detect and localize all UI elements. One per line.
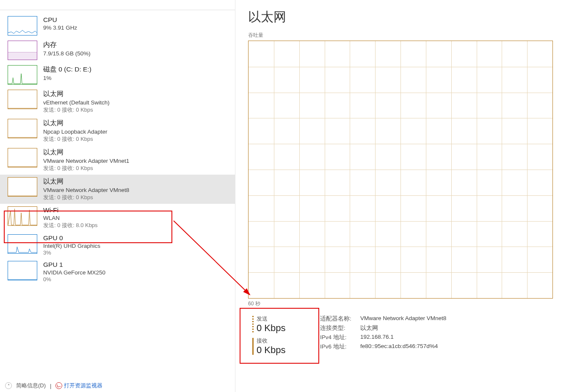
item-sub2: 3% xyxy=(43,249,230,256)
open-resmon-link[interactable]: 打开资源监视器 xyxy=(55,382,102,389)
thumb-graph xyxy=(8,177,37,197)
throughput-label: 吞吐量 xyxy=(248,32,556,39)
recv-legend-bar xyxy=(252,338,254,355)
detail-key: 连接类型: xyxy=(320,324,360,332)
item-title: GPU 0 xyxy=(43,234,230,242)
thumb-graph xyxy=(8,16,37,36)
sidebar-item-8[interactable]: GPU 0Intel(R) UHD Graphics3% xyxy=(0,232,235,258)
item-sub2: 0% xyxy=(43,276,230,282)
item-sub2: 发送: 0 接收: 8.0 Kbps xyxy=(43,222,230,229)
thumb-graph xyxy=(8,90,37,109)
thumb-graph xyxy=(8,261,37,280)
detail-title: 以太网 xyxy=(248,8,556,26)
resource-monitor-icon xyxy=(55,382,62,389)
item-title: 磁盘 0 (C: D: E:) xyxy=(43,65,230,74)
detail-row: 连接类型:以太网 xyxy=(320,324,556,332)
thumb-graph xyxy=(8,41,37,60)
item-title: GPU 1 xyxy=(43,261,230,269)
tabs-strip xyxy=(0,2,235,10)
sidebar-item-6[interactable]: 以太网VMware Network Adapter VMnet8发送: 0 接收… xyxy=(0,175,235,204)
item-title: 以太网 xyxy=(43,90,230,99)
detail-key: IPv4 地址: xyxy=(320,334,360,341)
sidebar-item-0[interactable]: CPU9% 3.91 GHz xyxy=(0,14,235,38)
send-label: 发送 xyxy=(257,315,320,323)
item-sub2: 发送: 0 接收: 0 Kbps xyxy=(43,106,230,114)
item-sub2: 发送: 0 接收: 0 Kbps xyxy=(43,164,230,172)
brief-info-link[interactable]: 简略信息(D) xyxy=(16,382,46,389)
item-sub: 7.9/15.8 GB (50%) xyxy=(43,50,230,57)
sidebar-item-5[interactable]: 以太网VMware Network Adapter VMnet1发送: 0 接收… xyxy=(0,145,235,175)
sidebar-item-2[interactable]: 磁盘 0 (C: D: E:)1% xyxy=(0,63,235,87)
thumb-graph xyxy=(8,148,37,167)
sidebar-item-7[interactable]: Wi-FiWLAN发送: 0 接收: 8.0 Kbps xyxy=(0,204,235,232)
item-sub: NVIDIA GeForce MX250 xyxy=(43,269,230,276)
thumb-graph xyxy=(8,119,37,138)
detail-value: fe80::95ec:a1cb:d546:757d%4 xyxy=(360,343,438,351)
detail-row: 适配器名称:VMware Network Adapter VMnet8 xyxy=(320,315,556,323)
send-legend-bar xyxy=(252,316,254,333)
item-sub2: 发送: 0 接收: 0 Kbps xyxy=(43,135,230,143)
thumb-graph xyxy=(8,206,37,226)
recv-stat: 接收 0 Kbps xyxy=(252,337,320,356)
chevron-up-icon[interactable]: ˄ xyxy=(5,382,12,389)
detail-row: IPv4 地址:192.168.76.1 xyxy=(320,334,556,341)
sidebar-item-3[interactable]: 以太网vEthernet (Default Switch)发送: 0 接收: 0… xyxy=(0,87,235,116)
send-stat: 发送 0 Kbps xyxy=(252,315,320,334)
sidebar-item-4[interactable]: 以太网Npcap Loopback Adapter发送: 0 接收: 0 Kbp… xyxy=(0,116,235,145)
item-sub: WLAN xyxy=(43,215,230,221)
throughput-chart xyxy=(248,41,553,299)
sidebar-item-1[interactable]: 内存7.9/15.8 GB (50%) xyxy=(0,38,235,63)
recv-value: 0 Kbps xyxy=(257,345,320,356)
item-sub: 1% xyxy=(43,75,230,81)
recv-label: 接收 xyxy=(257,337,320,345)
item-sub: VMware Network Adapter VMnet1 xyxy=(43,158,230,164)
open-resmon-label: 打开资源监视器 xyxy=(64,382,102,389)
performance-detail-pane: 以太网 吞吐量 60 秒 发送 0 Kbps 接收 0 Kbps 适配器名称:V… xyxy=(235,0,569,392)
adapter-details: 适配器名称:VMware Network Adapter VMnet8连接类型:… xyxy=(320,315,556,359)
item-title: 内存 xyxy=(43,41,230,49)
item-sub: 9% 3.91 GHz xyxy=(43,25,230,31)
thumb-graph xyxy=(8,65,37,85)
sidebar-footer: ˄ 简略信息(D) | 打开资源监视器 xyxy=(5,382,102,389)
sidebar-item-9[interactable]: GPU 1NVIDIA GeForce MX2500% xyxy=(0,258,235,285)
detail-key: 适配器名称: xyxy=(320,315,360,323)
item-title: 以太网 xyxy=(43,119,230,128)
detail-value: VMware Network Adapter VMnet8 xyxy=(360,315,446,323)
detail-key: IPv6 地址: xyxy=(320,343,360,351)
item-title: CPU xyxy=(43,16,230,24)
item-title: 以太网 xyxy=(43,148,230,157)
item-sub2: 发送: 0 接收: 0 Kbps xyxy=(43,194,230,201)
detail-value: 192.168.76.1 xyxy=(360,334,394,341)
detail-row: IPv6 地址:fe80::95ec:a1cb:d546:757d%4 xyxy=(320,343,556,351)
item-sub: VMware Network Adapter VMnet8 xyxy=(43,187,230,193)
item-sub: Intel(R) UHD Graphics xyxy=(43,243,230,249)
item-sub: Npcap Loopback Adapter xyxy=(43,129,230,135)
detail-value: 以太网 xyxy=(360,324,378,332)
item-sub: vEthernet (Default Switch) xyxy=(43,99,230,106)
thumb-graph xyxy=(8,234,37,254)
performance-sidebar: CPU9% 3.91 GHz内存7.9/15.8 GB (50%)磁盘 0 (C… xyxy=(0,0,235,392)
chart-xaxis-label: 60 秒 xyxy=(248,300,556,307)
item-title: 以太网 xyxy=(43,177,230,186)
send-value: 0 Kbps xyxy=(257,323,320,334)
item-title: Wi-Fi xyxy=(43,206,230,214)
